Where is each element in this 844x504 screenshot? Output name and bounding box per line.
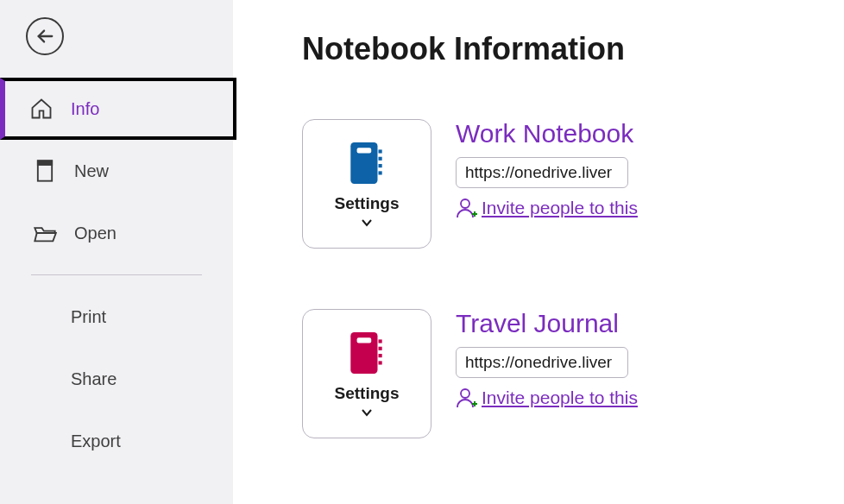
- nav-share-label: Share: [71, 369, 117, 389]
- notebook-info: Travel Journal Invite people to this: [456, 309, 638, 409]
- settings-label: Settings: [335, 384, 400, 403]
- backstage-sidebar: Info New Open Print Share Export: [0, 0, 233, 504]
- notebook-icon: [349, 141, 385, 186]
- svg-rect-17: [379, 361, 382, 364]
- nav-info-label: Info: [71, 99, 99, 119]
- svg-rect-16: [379, 354, 382, 357]
- main-panel: Notebook Information Settings Work Noteb…: [233, 0, 844, 504]
- folder-open-icon: [33, 221, 57, 245]
- invite-row: Invite people to this: [456, 387, 638, 409]
- page-title: Notebook Information: [302, 31, 844, 67]
- nav-share[interactable]: Share: [0, 348, 233, 410]
- page-icon: [33, 159, 57, 183]
- svg-rect-8: [379, 171, 382, 174]
- svg-rect-6: [379, 157, 382, 161]
- svg-point-18: [461, 389, 469, 398]
- notebook-settings-button[interactable]: Settings: [302, 119, 431, 249]
- svg-rect-5: [379, 149, 382, 153]
- nav-print-label: Print: [71, 307, 106, 327]
- svg-point-9: [461, 199, 469, 208]
- sidebar-divider: [31, 274, 202, 275]
- notebook-row: Settings Work Notebook Invite people to …: [302, 119, 844, 249]
- invite-link[interactable]: Invite people to this: [482, 198, 638, 218]
- svg-rect-14: [379, 339, 382, 343]
- nav-open[interactable]: Open: [0, 202, 233, 264]
- invite-person-icon: [456, 387, 478, 409]
- svg-rect-13: [357, 337, 372, 343]
- back-button[interactable]: [26, 17, 64, 55]
- notebook-icon: [349, 331, 385, 375]
- notebook-url-field[interactable]: [456, 157, 628, 188]
- notebook-info: Work Notebook Invite people to this: [456, 119, 638, 219]
- svg-rect-15: [379, 347, 382, 350]
- invite-link[interactable]: Invite people to this: [482, 387, 638, 408]
- invite-person-icon: [456, 197, 478, 219]
- notebook-row: Settings Travel Journal Invite people to…: [302, 309, 844, 438]
- back-arrow-icon: [35, 27, 54, 46]
- nav-export-label: Export: [71, 432, 121, 451]
- svg-rect-7: [379, 164, 382, 167]
- svg-rect-4: [357, 148, 372, 153]
- nav-new[interactable]: New: [0, 140, 233, 202]
- nav-info[interactable]: Info: [0, 78, 236, 140]
- notebook-title: Travel Journal: [456, 309, 638, 338]
- nav-open-label: Open: [74, 224, 117, 243]
- invite-row: Invite people to this: [456, 197, 638, 219]
- nav-new-label: New: [74, 161, 109, 181]
- settings-label: Settings: [335, 194, 400, 213]
- nav-print[interactable]: Print: [0, 286, 233, 348]
- chevron-down-icon: [361, 408, 373, 417]
- notebook-url-field[interactable]: [456, 347, 628, 378]
- notebook-settings-button[interactable]: Settings: [302, 309, 431, 438]
- svg-rect-2: [38, 161, 52, 165]
- notebook-title: Work Notebook: [456, 119, 638, 148]
- chevron-down-icon: [361, 218, 373, 227]
- home-icon: [29, 97, 54, 121]
- nav-export[interactable]: Export: [0, 410, 233, 472]
